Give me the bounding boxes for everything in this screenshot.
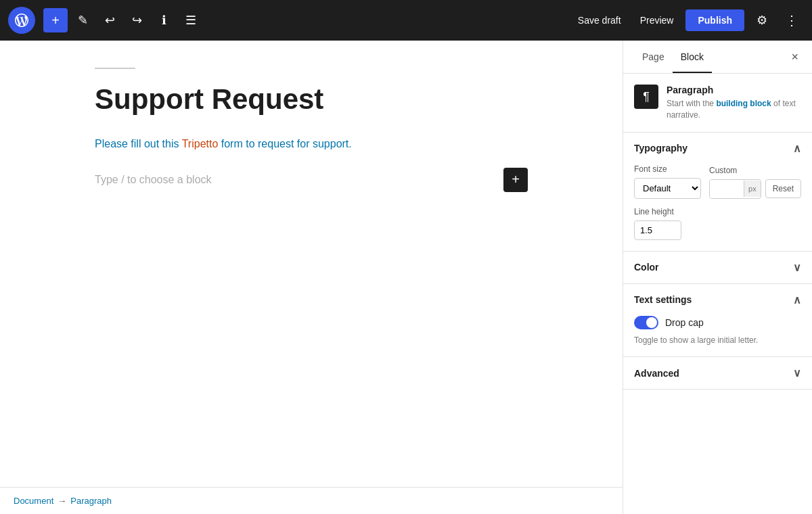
gear-icon: ⚙: [757, 13, 767, 28]
toolbar-right: Save draft Preview Publish ⚙ ⋮: [571, 8, 804, 32]
color-header[interactable]: Color ∨: [623, 252, 812, 283]
breadcrumb-arrow: →: [58, 496, 66, 506]
drop-cap-description: Toggle to show a large initial letter.: [634, 335, 801, 346]
block-name: Paragraph: [667, 85, 801, 95]
block-info-text: Paragraph Start with the building block …: [667, 85, 801, 121]
advanced-label: Advanced: [634, 368, 679, 379]
breadcrumb: Document → Paragraph: [0, 487, 623, 514]
preview-button[interactable]: Preview: [633, 11, 681, 30]
tab-block[interactable]: Block: [673, 41, 712, 73]
pencil-icon: ✎: [78, 13, 88, 28]
font-size-group: Font size Default Small Medium Large Ext…: [634, 164, 801, 199]
add-block-button[interactable]: +: [503, 168, 528, 192]
paragraph-block-icon: ¶: [634, 85, 658, 109]
settings-button[interactable]: ⚙: [750, 8, 774, 32]
advanced-section: Advanced ∨: [623, 357, 812, 390]
typography-header[interactable]: Typography ∧: [623, 133, 812, 164]
typography-section: Typography ∧ Font size Default Small Med…: [623, 133, 812, 252]
px-unit-label: px: [744, 181, 761, 197]
main-area: Support Request Please fill out this Tri…: [0, 41, 812, 514]
undo-icon: ↩: [105, 13, 115, 28]
add-block-plus-icon: +: [512, 172, 520, 187]
toolbar-left: + ✎ ↩ ↪ ℹ ☰: [8, 7, 203, 34]
editor-content: Support Request Please fill out this Tri…: [68, 68, 555, 460]
custom-px-input[interactable]: [710, 180, 744, 198]
reset-button[interactable]: Reset: [765, 179, 801, 198]
paragraph-text-end: form to request for support.: [218, 138, 351, 149]
typography-label: Typography: [634, 143, 687, 154]
redo-button[interactable]: ↪: [125, 8, 149, 32]
breadcrumb-paragraph[interactable]: Paragraph: [70, 496, 112, 506]
undo-button[interactable]: ↩: [97, 8, 122, 32]
editor-area: Support Request Please fill out this Tri…: [0, 41, 623, 514]
custom-label: Custom: [709, 166, 737, 175]
font-size-select-wrap: Font size Default Small Medium Large Ext…: [634, 164, 701, 199]
line-height-label: Line height: [634, 207, 801, 216]
title-divider: [95, 68, 135, 69]
line-height-input[interactable]: [634, 220, 681, 240]
info-icon: ℹ: [162, 13, 166, 28]
block-placeholder[interactable]: Type / to choose a block: [95, 174, 528, 186]
color-section: Color ∨: [623, 252, 812, 284]
list-icon: ☰: [185, 13, 196, 28]
text-settings-chevron-up-icon: ∧: [793, 294, 801, 306]
text-settings-body: Drop cap Toggle to show a large initial …: [623, 316, 812, 357]
tab-page[interactable]: Page: [634, 41, 673, 73]
new-block-area: Type / to choose a block +: [95, 166, 528, 193]
toolbar: + ✎ ↩ ↪ ℹ ☰ Save draft Preview Publish ⚙…: [0, 0, 812, 41]
block-desc-start: Start with the: [667, 99, 716, 108]
page-title[interactable]: Support Request: [95, 83, 528, 116]
tools-button[interactable]: ✎: [70, 8, 95, 32]
redo-icon: ↪: [132, 13, 142, 28]
paragraph-icon: ¶: [643, 90, 650, 104]
paragraph-text-start: Please fill out this: [95, 138, 182, 149]
custom-px-group: Custom px Reset: [709, 166, 801, 199]
font-size-label: Font size: [634, 164, 701, 174]
color-label: Color: [634, 262, 659, 273]
sidebar-tabs: Page Block ×: [623, 41, 812, 74]
publish-button[interactable]: Publish: [685, 9, 744, 31]
text-settings-label: Text settings: [634, 294, 692, 305]
advanced-header[interactable]: Advanced ∨: [623, 357, 812, 389]
px-input-wrap: px: [709, 179, 761, 199]
font-size-select[interactable]: Default Small Medium Large Extra Large: [634, 178, 701, 199]
add-block-toolbar-button[interactable]: +: [43, 8, 68, 32]
toggle-knob: [646, 317, 657, 328]
list-view-button[interactable]: ☰: [179, 8, 203, 32]
sidebar: Page Block × ¶ Paragraph Start with the …: [623, 41, 812, 514]
drop-cap-row: Drop cap: [634, 316, 801, 329]
block-info: ¶ Paragraph Start with the building bloc…: [623, 74, 812, 133]
advanced-chevron-down-icon: ∨: [793, 367, 801, 379]
tripetto-link[interactable]: Tripetto: [182, 138, 219, 149]
typography-chevron-up-icon: ∧: [793, 142, 801, 155]
color-chevron-down-icon: ∨: [793, 261, 801, 274]
text-settings-header[interactable]: Text settings ∧: [623, 284, 812, 316]
plus-icon: +: [51, 13, 60, 28]
line-height-group: Line height: [634, 207, 801, 240]
block-desc-building: building block: [716, 99, 771, 108]
block-description: Start with the building block of text na…: [667, 98, 801, 121]
drop-cap-toggle[interactable]: [634, 316, 658, 329]
text-settings-section: Text settings ∧ Drop cap Toggle to show …: [623, 284, 812, 358]
paragraph-block[interactable]: Please fill out this Tripetto form to re…: [95, 135, 528, 153]
save-draft-button[interactable]: Save draft: [571, 11, 628, 30]
more-options-button[interactable]: ⋮: [780, 8, 804, 32]
drop-cap-label: Drop cap: [665, 317, 704, 328]
wp-logo-button[interactable]: [8, 7, 35, 34]
close-sidebar-button[interactable]: ×: [788, 47, 801, 67]
typography-body: Font size Default Small Medium Large Ext…: [623, 164, 812, 251]
breadcrumb-document[interactable]: Document: [14, 496, 53, 506]
ellipsis-icon: ⋮: [785, 12, 798, 28]
info-button[interactable]: ℹ: [152, 8, 176, 32]
